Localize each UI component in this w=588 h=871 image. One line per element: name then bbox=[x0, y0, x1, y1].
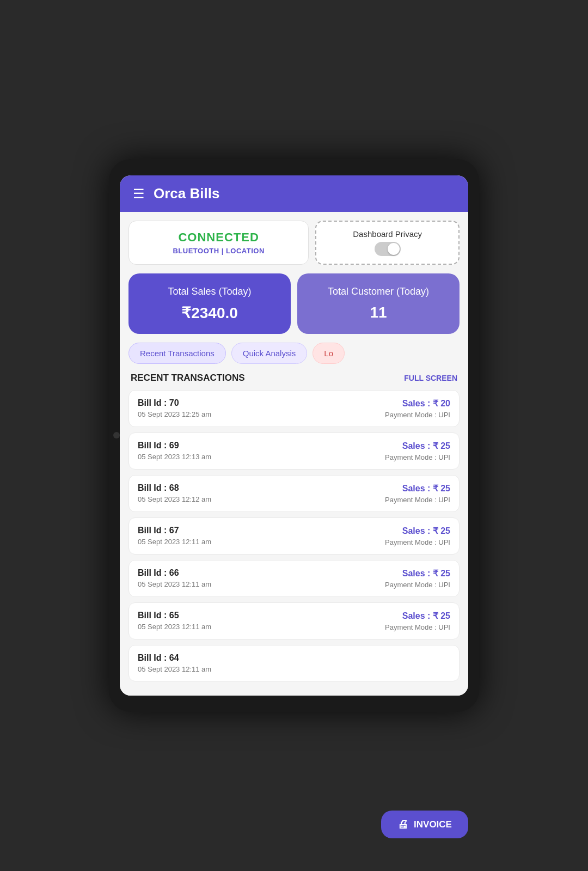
txn-payment: Payment Mode : UPI bbox=[385, 581, 450, 589]
privacy-toggle[interactable] bbox=[375, 242, 401, 256]
txn-date: 05 Sept 2023 12:12 am bbox=[138, 495, 211, 503]
privacy-label: Dashboard Privacy bbox=[353, 229, 422, 239]
bill-id: Bill Id : 69 bbox=[138, 441, 211, 450]
txn-payment: Payment Mode : UPI bbox=[385, 453, 450, 461]
txn-date: 05 Sept 2023 12:11 am bbox=[138, 580, 211, 588]
menu-icon[interactable]: ☰ bbox=[133, 186, 145, 202]
txn-payment: Payment Mode : UPI bbox=[385, 411, 450, 419]
txn-sales: Sales : ₹ 25 bbox=[385, 441, 450, 451]
txn-sales: Sales : ₹ 25 bbox=[385, 611, 450, 621]
txn-sales: Sales : ₹ 25 bbox=[385, 568, 450, 578]
txn-date: 05 Sept 2023 12:11 am bbox=[138, 665, 211, 673]
tab-quick-analysis[interactable]: Quick Analysis bbox=[231, 343, 308, 364]
tablet-screen: ☰ Orca Bills CONNECTED BLUETOOTH | LOCAT… bbox=[120, 175, 468, 695]
invoice-label: INVOICE bbox=[414, 819, 452, 830]
txn-payment: Payment Mode : UPI bbox=[385, 623, 450, 631]
total-customer-label: Total Customer (Today) bbox=[307, 285, 450, 298]
status-row: CONNECTED BLUETOOTH | LOCATION Dashboard… bbox=[128, 221, 460, 265]
stats-row: Total Sales (Today) ₹2340.0 Total Custom… bbox=[128, 273, 460, 333]
toggle-knob bbox=[388, 243, 400, 255]
invoice-icon: 🖨 bbox=[397, 818, 408, 831]
section-title: RECENT TRANSACTIONS bbox=[131, 373, 245, 383]
transaction-item[interactable]: Bill Id : 65 05 Sept 2023 12:11 am Sales… bbox=[128, 602, 460, 639]
total-customer-card: Total Customer (Today) 11 bbox=[297, 273, 460, 333]
total-sales-label: Total Sales (Today) bbox=[138, 285, 281, 298]
app-header: ☰ Orca Bills bbox=[120, 175, 468, 212]
connected-box: CONNECTED BLUETOOTH | LOCATION bbox=[128, 221, 309, 265]
txn-payment: Payment Mode : UPI bbox=[385, 496, 450, 504]
bluetooth-location-label: BLUETOOTH | LOCATION bbox=[173, 247, 264, 255]
transaction-item[interactable]: Bill Id : 69 05 Sept 2023 12:13 am Sales… bbox=[128, 433, 460, 470]
bill-id: Bill Id : 67 bbox=[138, 526, 211, 535]
invoice-button[interactable]: 🖨 INVOICE bbox=[381, 811, 468, 838]
camera-bump bbox=[113, 432, 120, 438]
transaction-item[interactable]: Bill Id : 64 05 Sept 2023 12:11 am bbox=[128, 645, 460, 681]
transaction-item[interactable]: Bill Id : 67 05 Sept 2023 12:11 am Sales… bbox=[128, 517, 460, 555]
app-title: Orca Bills bbox=[154, 185, 219, 202]
section-header: RECENT TRANSACTIONS FULL SCREEN bbox=[128, 373, 460, 383]
bill-id: Bill Id : 64 bbox=[138, 653, 211, 663]
transaction-item[interactable]: Bill Id : 66 05 Sept 2023 12:11 am Sales… bbox=[128, 560, 460, 597]
txn-date: 05 Sept 2023 12:11 am bbox=[138, 538, 211, 546]
tab-recent-transactions[interactable]: Recent Transactions bbox=[128, 343, 226, 364]
total-sales-card: Total Sales (Today) ₹2340.0 bbox=[128, 273, 291, 333]
connected-label: CONNECTED bbox=[178, 230, 259, 245]
bill-id: Bill Id : 70 bbox=[138, 398, 211, 408]
txn-payment: Payment Mode : UPI bbox=[385, 538, 450, 546]
privacy-box: Dashboard Privacy bbox=[315, 221, 460, 265]
transactions-list: Bill Id : 70 05 Sept 2023 12:25 am Sales… bbox=[128, 390, 460, 681]
tabs-row: Recent Transactions Quick Analysis Lo bbox=[128, 343, 460, 364]
txn-sales: Sales : ₹ 20 bbox=[385, 398, 450, 409]
bill-id: Bill Id : 65 bbox=[138, 611, 211, 620]
fullscreen-button[interactable]: FULL SCREEN bbox=[404, 374, 457, 382]
transaction-item[interactable]: Bill Id : 68 05 Sept 2023 12:12 am Sales… bbox=[128, 475, 460, 512]
total-customer-value: 11 bbox=[307, 304, 450, 321]
txn-sales: Sales : ₹ 25 bbox=[385, 526, 450, 536]
bill-id: Bill Id : 66 bbox=[138, 568, 211, 578]
total-sales-value: ₹2340.0 bbox=[138, 304, 281, 322]
transaction-item[interactable]: Bill Id : 70 05 Sept 2023 12:25 am Sales… bbox=[128, 390, 460, 427]
bill-id: Bill Id : 68 bbox=[138, 483, 211, 493]
txn-sales: Sales : ₹ 25 bbox=[385, 483, 450, 494]
txn-date: 05 Sept 2023 12:11 am bbox=[138, 623, 211, 631]
tab-third[interactable]: Lo bbox=[313, 343, 345, 364]
txn-date: 05 Sept 2023 12:13 am bbox=[138, 453, 211, 461]
txn-date: 05 Sept 2023 12:25 am bbox=[138, 410, 211, 418]
